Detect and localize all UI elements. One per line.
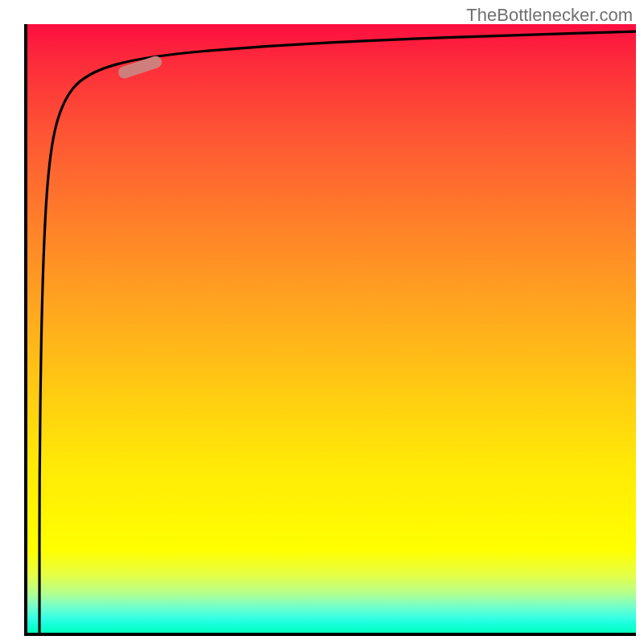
y-axis xyxy=(24,24,27,636)
x-axis xyxy=(24,633,636,636)
watermark-text: TheBottlenecker.com xyxy=(466,5,633,26)
chart-container: TheBottlenecker.com xyxy=(0,0,644,644)
plot-area xyxy=(24,24,636,636)
gradient-background xyxy=(24,24,636,636)
